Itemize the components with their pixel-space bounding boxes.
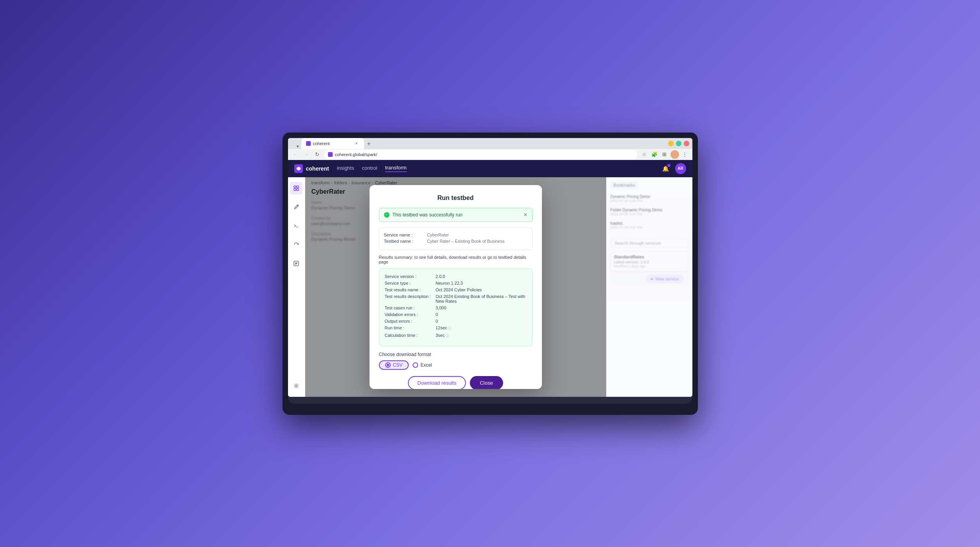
service-card-version: Latest version: 1.6.0	[614, 260, 685, 264]
modal-actions: Download results Close	[379, 376, 533, 389]
activity-text-1: Folder Dynamic Pricing Demo	[610, 208, 688, 212]
activity-text-2: loaded..	[610, 221, 688, 225]
run-time-label: Run time :	[385, 325, 436, 331]
user-avatar-btn[interactable]: AR	[675, 163, 686, 174]
brand-name-text: coherent	[306, 165, 329, 172]
sidebar-icon-pencil[interactable]	[290, 201, 303, 213]
service-name-label: Service name :	[384, 233, 427, 237]
window-controls: ─ □ ✕	[668, 141, 689, 146]
svg-point-6	[295, 385, 297, 387]
content-area: transform › folders › Insurance › CyberR…	[288, 177, 692, 397]
laptop-frame: ▾ coherent ✕ + ─ □ ✕ ← → ↻	[283, 133, 698, 415]
modal-title: Run testbed	[379, 194, 533, 202]
results-grid: Service version : 2.0.0 Service type : N…	[379, 268, 533, 346]
profile-icon[interactable]: ⊞	[660, 150, 669, 159]
service-version-label: Service version :	[385, 274, 436, 279]
reload-btn[interactable]: ↻	[313, 150, 322, 159]
svg-rect-3	[294, 189, 296, 191]
activity-time-0: 2022-07-25 4:45 PM	[610, 199, 688, 203]
browser-nav-icons: ☆ 🧩 ⊞ ⋮	[640, 150, 689, 159]
activity-item-2: loaded.. 2022-07-25 4:37 PM	[610, 219, 688, 232]
new-tab-btn[interactable]: +	[364, 139, 374, 149]
run-time-value: 12sec	[436, 325, 452, 331]
maximize-btn[interactable]: □	[676, 141, 681, 146]
result-output-errors: Output errors : 0	[385, 319, 527, 323]
results-summary-text: Results summary: to see full details, do…	[379, 255, 533, 264]
nav-control[interactable]: control	[362, 165, 377, 172]
test-results-desc-label: Test results description :	[385, 294, 436, 303]
new-service-btn[interactable]: ● New service	[646, 274, 684, 283]
success-message: This testbed was successfully run	[393, 212, 463, 218]
tab-close-btn[interactable]: ✕	[354, 141, 359, 146]
download-results-btn[interactable]: Download results	[408, 376, 466, 389]
svg-rect-2	[297, 186, 299, 188]
sidebar-icon-list[interactable]	[290, 257, 303, 270]
close-modal-btn[interactable]: Close	[470, 376, 503, 389]
notification-badge	[667, 164, 670, 167]
url-text: coherent.global/spark/	[335, 152, 377, 157]
test-results-name-label: Test results name :	[385, 287, 436, 292]
csv-label: CSV	[393, 362, 403, 368]
nav-insights[interactable]: insights	[337, 165, 354, 172]
main-content: transform › folders › Insurance › CyberR…	[305, 177, 606, 397]
output-errors-value: 0	[436, 319, 438, 323]
plus-icon: ●	[650, 276, 653, 281]
browser-chrome: ▾ coherent ✕ + ─ □ ✕ ← → ↻	[288, 138, 692, 160]
service-name-value: CyberRater	[427, 233, 449, 237]
format-options: CSV Excel	[379, 360, 533, 370]
modal-overlay: Run testbed ✓ This testbed was successfu…	[305, 177, 606, 397]
new-service-label: New service	[656, 276, 679, 281]
service-type-value: Neuron 1.22.3	[436, 281, 463, 285]
extensions-icon[interactable]: 🧩	[650, 150, 659, 159]
minimize-btn[interactable]: ─	[668, 141, 674, 146]
csv-radio-btn[interactable]	[385, 362, 391, 368]
excel-radio-btn[interactable]	[413, 362, 418, 368]
banner-close-btn[interactable]: ✕	[524, 212, 527, 218]
browser-menu-icon[interactable]: ⋮	[681, 150, 689, 159]
bookmarks-btn[interactable]: Bookmarks	[610, 181, 638, 189]
url-bar[interactable]: coherent.global/spark/	[324, 150, 638, 159]
calc-time-label: Calculation time :	[385, 333, 436, 338]
test-results-desc-value: Oct 2024 Existing Book of Business – Tes…	[436, 294, 527, 303]
right-panel-header: Bookmarks	[610, 181, 688, 189]
svg-rect-4	[297, 189, 299, 191]
top-nav-right: 🔔 AR	[660, 163, 686, 174]
search-input[interactable]	[610, 238, 688, 248]
success-banner: ✓ This testbed was successfully run ✕	[379, 208, 533, 222]
format-csv-option[interactable]: CSV	[379, 360, 409, 370]
sidebar-icon-refresh[interactable]	[290, 238, 303, 251]
result-test-desc: Test results description : Oct 2024 Exis…	[385, 294, 527, 303]
browser-title-bar: ▾ coherent ✕ + ─ □ ✕	[288, 138, 692, 149]
activity-time-2: 2022-07-25 4:37 PM	[610, 225, 688, 229]
activity-time-1: 2022-07-25 4:41 PM	[610, 212, 688, 216]
bottom-bar: ● New service	[610, 272, 688, 285]
excel-label: Excel	[420, 362, 432, 368]
output-errors-label: Output errors :	[385, 319, 436, 323]
nav-transform[interactable]: transform	[385, 165, 407, 172]
testbed-name-label: Testbed name :	[384, 239, 427, 244]
result-test-cases: Test cases run : 3,000	[385, 305, 527, 310]
app-layout: coherent insights control transform 🔔 AR	[288, 160, 692, 397]
sidebar-icon-grid[interactable]	[290, 182, 303, 194]
bookmark-star-icon[interactable]: ☆	[640, 150, 649, 159]
sidebar-icon-terminal[interactable]	[290, 220, 303, 232]
close-btn[interactable]: ✕	[684, 141, 689, 146]
right-panel: Bookmarks Dynamic Pricing Demo 2022-07-2…	[606, 177, 692, 397]
result-service-version: Service version : 2.0.0	[385, 274, 527, 279]
url-favicon-icon	[328, 152, 333, 157]
notification-btn[interactable]: 🔔	[660, 163, 671, 174]
browser-tab-active[interactable]: coherent ✕	[301, 138, 364, 149]
top-nav: coherent insights control transform 🔔 AR	[288, 160, 692, 177]
run-testbed-modal: Run testbed ✓ This testbed was successfu…	[370, 185, 542, 389]
nav-links: insights control transform	[337, 165, 407, 172]
sidebar-icon-settings[interactable]	[290, 380, 303, 392]
service-card-date: Modified 2 days ago	[614, 264, 685, 268]
browser-profile-avatar[interactable]	[670, 150, 679, 159]
service-info-box: Service name : CyberRater Testbed name :…	[379, 227, 533, 250]
test-cases-label: Test cases run :	[385, 305, 436, 310]
laptop-screen: ▾ coherent ✕ + ─ □ ✕ ← → ↻	[288, 138, 692, 397]
forward-btn[interactable]: →	[302, 150, 311, 159]
tab-dropdown-icon[interactable]: ▾	[294, 144, 301, 149]
format-excel-option[interactable]: Excel	[413, 362, 432, 368]
back-btn[interactable]: ←	[291, 150, 300, 159]
